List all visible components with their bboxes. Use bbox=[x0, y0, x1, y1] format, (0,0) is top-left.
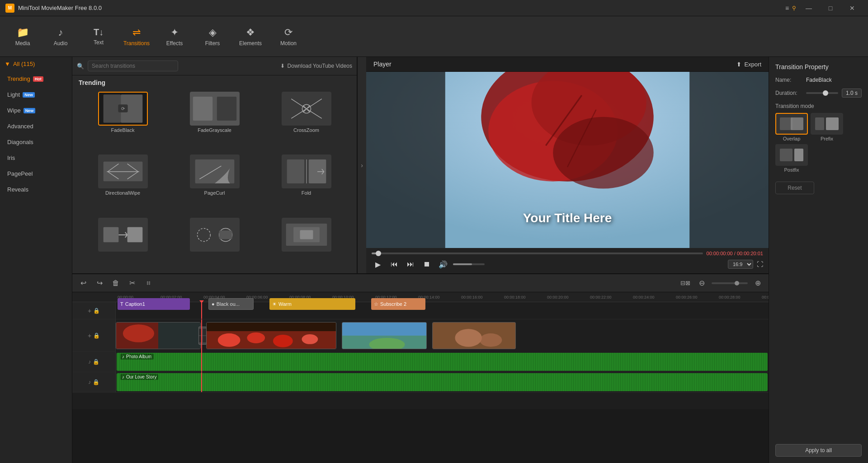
duration-slider[interactable] bbox=[806, 92, 838, 94]
export-icon: ⬆ bbox=[736, 61, 741, 68]
item9-thumb[interactable] bbox=[282, 218, 331, 252]
zoom-bar[interactable] bbox=[712, 282, 748, 284]
fadeblack-thumb[interactable]: ⟳ bbox=[98, 92, 148, 126]
video-clip-4[interactable]: f2842b3933f84e58eb8d9168f... bbox=[432, 322, 516, 349]
timeline-tracks: 00:00:00 00:00:02:00 00:00:04:00 00:00:0… bbox=[72, 292, 769, 409]
clip-subscribe-label: Subscribe 2 bbox=[380, 301, 406, 307]
clip-subscribe2[interactable]: ☆ Subscribe 2 bbox=[371, 298, 425, 310]
maximize-button[interactable]: □ bbox=[820, 0, 841, 16]
audio-track-2-lock[interactable]: 🔒 bbox=[93, 379, 99, 385]
sidebar-all-header[interactable]: ▼ All (115) bbox=[0, 57, 72, 71]
video-clip-3[interactable]: 8f6ef86fc91c79ba36a3b641653d... bbox=[342, 322, 427, 349]
volume-bar[interactable] bbox=[453, 263, 485, 265]
toolbar-effects[interactable]: ✦ Effects bbox=[156, 21, 193, 52]
transition-item-fadeblack[interactable]: ⟳ FadeBlack bbox=[79, 92, 167, 151]
postfix-right bbox=[794, 149, 803, 161]
title-bar: M MiniTool MovieMaker Free 8.0.0 ⚲ ≡ — □… bbox=[0, 0, 868, 16]
close-button[interactable]: ✕ bbox=[842, 0, 863, 16]
sidebar-item-light[interactable]: Light New bbox=[0, 87, 72, 103]
fold-thumb[interactable] bbox=[282, 154, 331, 188]
apply-all-button[interactable]: Apply to all bbox=[775, 444, 862, 457]
redo-button[interactable]: ↪ bbox=[93, 277, 106, 290]
play-button[interactable]: ▶ bbox=[372, 258, 384, 271]
directionalwipe-thumb[interactable] bbox=[98, 154, 148, 188]
svg-point-74 bbox=[480, 333, 502, 347]
transition-item-fold[interactable]: Fold bbox=[262, 154, 350, 214]
minimize-button[interactable]: — bbox=[798, 0, 819, 16]
sidebar-item-advanced[interactable]: Advanced bbox=[0, 118, 72, 134]
svg-rect-38 bbox=[127, 227, 142, 242]
aspect-ratio-select[interactable]: 16:9 4:3 1:1 bbox=[728, 260, 753, 269]
item8-thumb[interactable] bbox=[190, 218, 240, 252]
toolbar-text[interactable]: T↓ Text bbox=[80, 21, 117, 52]
audio-waveform-2[interactable]: ♪ Our Love Story bbox=[117, 373, 768, 391]
search-input[interactable] bbox=[88, 61, 178, 71]
transitions-grid: ⟳ FadeBlack bbox=[72, 90, 357, 273]
transition-item-9[interactable] bbox=[262, 218, 350, 271]
undo-button[interactable]: ↩ bbox=[77, 277, 90, 290]
reset-button[interactable]: Reset bbox=[775, 182, 814, 194]
split-button[interactable]: ⊟⊠ bbox=[679, 277, 692, 290]
stop-button[interactable]: ⏹ bbox=[420, 258, 433, 271]
sidebar-item-diagonals[interactable]: Diagonals bbox=[0, 134, 72, 150]
transition-item-7[interactable] bbox=[79, 218, 167, 271]
audio-track-1-lock[interactable]: 🔒 bbox=[93, 359, 99, 365]
prefix-mode-button[interactable] bbox=[811, 113, 843, 135]
transition-item-crosszoom[interactable]: CrossZoom bbox=[262, 92, 350, 151]
transition-marker-1-2[interactable] bbox=[198, 327, 207, 345]
caption-track-lock[interactable]: 🔒 bbox=[93, 308, 100, 314]
audio-waveform-1[interactable]: ♪ Photo Album // waveform generation wil… bbox=[117, 353, 768, 371]
clip-blackout[interactable]: ● Black ou... bbox=[208, 298, 254, 310]
prev-frame-button[interactable]: ⏮ bbox=[388, 258, 401, 271]
overlap-mode-button[interactable] bbox=[775, 113, 808, 135]
progress-bar[interactable] bbox=[372, 253, 703, 254]
volume-icon-button[interactable]: 🔊 bbox=[437, 258, 449, 271]
player-panel: Player ⬆ Export bbox=[366, 57, 769, 273]
zoom-out-button[interactable]: ⊖ bbox=[695, 277, 708, 290]
video-clip-1[interactable]: 0cbd31f19c7ecb11bdb7237f486... bbox=[116, 322, 201, 349]
sidebar-item-reveals[interactable]: Reveals bbox=[0, 182, 72, 197]
crosszoom-thumb[interactable] bbox=[282, 92, 331, 126]
sidebar-item-wipe[interactable]: Wipe New bbox=[0, 103, 72, 118]
transition-item-fadegrayscale[interactable]: FadeGrayscale bbox=[170, 92, 259, 151]
caption-track-add[interactable]: + bbox=[88, 307, 91, 314]
clip-caption1[interactable]: T Caption1 bbox=[118, 298, 190, 310]
pagecurl-thumb[interactable] bbox=[190, 154, 240, 188]
transition-item-8[interactable] bbox=[170, 218, 259, 271]
pagepeel-label: PagePeel bbox=[7, 170, 33, 177]
delete-button[interactable]: 🗑 bbox=[109, 277, 122, 290]
transition-item-directionalwipe[interactable]: DirectionalWipe bbox=[79, 154, 167, 214]
fullscreen-button[interactable]: ⛶ bbox=[757, 261, 763, 268]
clip-warm[interactable]: ☀ Warm bbox=[269, 298, 355, 310]
progress-thumb[interactable] bbox=[376, 251, 381, 256]
name-property-row: Name: FadeBlack bbox=[775, 77, 862, 83]
cut-button[interactable]: ✂ bbox=[126, 277, 138, 290]
transition-item-pagecurl[interactable]: PageCurl bbox=[170, 154, 259, 214]
video-clip-2[interactable]: 7e00f651109e50f306fcdd50303e... bbox=[206, 322, 336, 349]
sidebar-item-trending[interactable]: Trending Hot bbox=[0, 71, 72, 87]
download-button[interactable]: ⬇ Download YouTube Videos bbox=[280, 63, 352, 69]
toolbar-audio[interactable]: ♪ Audio bbox=[42, 21, 79, 52]
sidebar-item-pagepeel[interactable]: PagePeel bbox=[0, 166, 72, 182]
item7-thumb[interactable] bbox=[98, 218, 148, 252]
postfix-mode-button[interactable] bbox=[775, 144, 808, 166]
toolbar-elements[interactable]: ❖ Elements bbox=[232, 21, 269, 52]
toolbar-filters[interactable]: ◈ Filters bbox=[194, 21, 231, 52]
collapse-arrow[interactable]: › bbox=[357, 57, 366, 273]
next-frame-button[interactable]: ⏭ bbox=[404, 258, 417, 271]
svg-point-67 bbox=[273, 335, 293, 347]
crop-button[interactable]: ⌗ bbox=[142, 277, 155, 290]
export-button[interactable]: ⬆ Export bbox=[736, 61, 761, 68]
video-track-lock[interactable]: 🔒 bbox=[93, 332, 100, 339]
filters-icon: ◈ bbox=[209, 27, 217, 38]
overlap-visual bbox=[779, 116, 804, 132]
sidebar-item-iris[interactable]: Iris bbox=[0, 150, 72, 166]
pin-button[interactable]: ⚲ bbox=[788, 2, 800, 14]
zoom-in-button[interactable]: ⊕ bbox=[751, 277, 764, 290]
toolbar-media[interactable]: 📁 Media bbox=[5, 21, 41, 52]
fadegrayscale-thumb[interactable] bbox=[190, 92, 240, 126]
audio-track-1-content: ♪ Photo Album // waveform generation wil… bbox=[116, 352, 769, 372]
toolbar-transitions[interactable]: ⇌ Transitions bbox=[118, 21, 155, 52]
video-track-add[interactable]: + bbox=[88, 332, 91, 339]
toolbar-motion[interactable]: ⟳ Motion bbox=[270, 21, 307, 52]
